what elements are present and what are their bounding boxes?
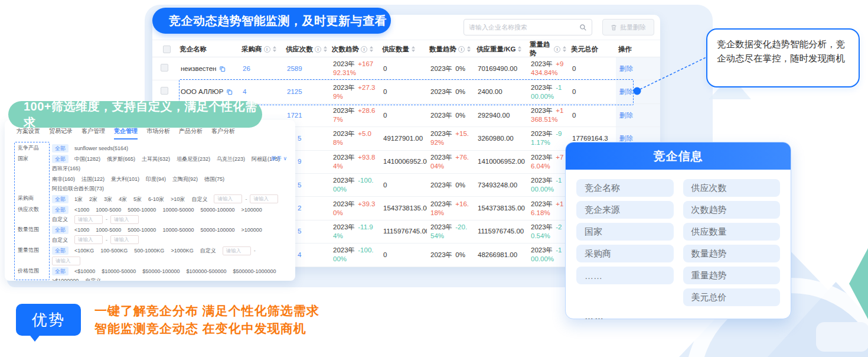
filter-option[interactable]: 50000-100000 <box>200 206 234 214</box>
range-input[interactable]: 请输入 <box>52 257 80 265</box>
cell-supply-count[interactable]: 2589 <box>283 64 329 73</box>
filter-option[interactable]: <$10000 <box>74 267 95 275</box>
filter-option[interactable]: 6-10家 <box>148 195 164 203</box>
select-all-checkbox[interactable] <box>163 46 171 53</box>
range-input[interactable]: 请输入 <box>250 194 278 203</box>
filter-option[interactable]: sunflower seeds(5164) <box>74 144 128 152</box>
delete-link[interactable]: 删除 <box>619 64 633 73</box>
sort-icon[interactable] <box>467 46 471 52</box>
filter-option[interactable]: 自定义 <box>85 277 101 281</box>
filter-option[interactable]: <1000 <box>74 206 89 214</box>
filter-chip-all[interactable]: 全部 <box>52 267 68 275</box>
sort-icon[interactable] <box>324 46 327 52</box>
filter-option[interactable]: 乌克兰(223) <box>217 155 245 163</box>
filter-option[interactable]: $100000-500000 <box>186 267 226 275</box>
filter-chip-all[interactable]: 全部 <box>52 226 68 234</box>
filter-option[interactable]: 自定义 <box>200 246 216 255</box>
filter-chip-all[interactable]: 全部 <box>52 246 68 255</box>
filter-option[interactable]: 4家 <box>119 195 127 203</box>
page: 批量删除 竞企名称采购商i供应次数i次数趋势i供应数量数量趋势i供应重量/KG重… <box>0 0 868 357</box>
filter-option[interactable]: >1000KG <box>171 246 193 255</box>
batch-delete-button[interactable]: 批量删除 <box>602 19 654 35</box>
filter-option[interactable]: 2家 <box>89 195 97 203</box>
info-icon[interactable]: i <box>361 46 367 53</box>
filter-option[interactable]: 西班牙(165) <box>52 164 80 173</box>
filter-option[interactable]: 中国(1282) <box>74 155 100 163</box>
cell-supply-qty: 0 <box>380 251 427 259</box>
cell-supply-count[interactable]: 1721 <box>283 111 329 120</box>
filter-option[interactable]: 印度(94) <box>146 175 166 183</box>
decor-bar <box>816 322 868 352</box>
info-field: 国家 <box>576 223 674 241</box>
range-input[interactable]: 请输入 <box>214 194 242 203</box>
range-input[interactable]: 请输入 <box>110 235 139 244</box>
filter-option[interactable]: 10000-50000 <box>162 206 194 214</box>
filter-option[interactable]: 50000-100000 <box>200 226 234 234</box>
range-input[interactable]: 请输入 <box>74 215 103 224</box>
filter-option[interactable]: 自定义 <box>52 236 68 244</box>
copy-icon[interactable] <box>219 66 226 72</box>
info-icon[interactable]: i <box>264 46 270 53</box>
filter-option[interactable]: $50000-100000 <box>142 267 180 275</box>
info-icon[interactable]: i <box>458 46 465 53</box>
info-icon[interactable]: i <box>315 46 321 53</box>
filter-option[interactable]: 500-1000KG <box>134 246 164 255</box>
filter-option[interactable]: >$1000000 <box>52 277 79 281</box>
filter-option[interactable]: 5000-10000 <box>128 226 156 234</box>
search-icon[interactable] <box>579 24 587 31</box>
column-header-label: 重量趋势 <box>530 40 552 58</box>
row-checkbox[interactable] <box>161 87 168 95</box>
sort-icon[interactable] <box>370 46 373 52</box>
sort-icon[interactable] <box>563 46 566 52</box>
filter-option[interactable]: $10000-50000 <box>102 267 136 275</box>
cell-buyer-count[interactable]: 26 <box>239 64 283 73</box>
filter-chip-all[interactable]: 全部 <box>52 195 68 203</box>
info-field: 数量趋势 <box>683 245 781 262</box>
filter-chip-all[interactable]: 全部 <box>52 155 68 163</box>
delete-link[interactable]: 删除 <box>619 111 633 120</box>
sort-down-icon <box>273 50 276 52</box>
sort-icon[interactable] <box>518 46 521 52</box>
filter-chip-all[interactable]: 全部 <box>52 206 68 214</box>
range-input[interactable]: 请输入 <box>74 235 103 244</box>
expand-link[interactable]: 展开 ∨ <box>271 155 287 163</box>
sort-icon[interactable] <box>412 46 415 52</box>
filter-option[interactable]: 1000-5000 <box>96 226 121 234</box>
info-icon[interactable]: i <box>554 46 560 53</box>
sort-icon[interactable] <box>273 46 276 52</box>
filter-option[interactable]: $500000-1000000 <box>233 267 276 275</box>
cell-supply-weight: 73493248.00 <box>474 181 527 190</box>
filter-option[interactable]: 1家 <box>74 195 83 203</box>
info-field: 重量趋势 <box>683 267 781 284</box>
filter-chip-all[interactable]: 全部 <box>52 144 68 152</box>
filter-option[interactable]: <100KG <box>74 246 94 255</box>
search-input[interactable] <box>464 24 579 31</box>
filter-option[interactable]: 立陶宛(92) <box>172 175 198 183</box>
filter-option[interactable]: 俄罗斯(665) <box>107 155 135 163</box>
filter-option[interactable]: >10家 <box>171 195 185 203</box>
filter-option[interactable]: 法国(122) <box>81 175 105 183</box>
competitor-info-card: 竞企信息 竞企名称竞企来源国家采购商…… 供应次数次数趋势供应数量数量趋势重量趋… <box>565 142 791 319</box>
filter-option[interactable]: >100000 <box>242 206 262 214</box>
cell-usd-total: 0 <box>569 111 616 120</box>
filter-option[interactable]: 德国(75) <box>204 175 224 183</box>
trash-icon <box>611 24 617 31</box>
filter-option[interactable]: 5000-10000 <box>128 206 156 214</box>
filter-option[interactable]: 自定义 <box>191 195 207 203</box>
filter-option[interactable]: 自定义 <box>52 215 68 223</box>
filter-option[interactable]: 土耳其(632) <box>142 155 170 163</box>
range-input[interactable]: 请输入 <box>110 215 139 224</box>
filter-option[interactable]: 5家 <box>133 195 142 203</box>
row-checkbox[interactable] <box>161 64 168 72</box>
filter-option[interactable]: 坦桑尼亚(232) <box>177 155 210 163</box>
filter-option[interactable]: 意大利(101) <box>111 175 139 183</box>
filter-option[interactable]: 100-500KG <box>100 246 128 255</box>
filter-option[interactable]: <1000 <box>74 226 89 234</box>
filter-option[interactable]: 南非(160) <box>52 175 75 183</box>
filter-option[interactable]: 阿拉伯联合酋长国(73) <box>52 184 104 193</box>
filter-option[interactable]: >100000 <box>242 226 262 234</box>
filter-option[interactable]: 3家 <box>104 195 112 203</box>
range-input[interactable]: 请输入 <box>223 246 251 255</box>
filter-option[interactable]: 1000-5000 <box>96 206 121 214</box>
filter-option[interactable]: 10000-50000 <box>162 226 194 234</box>
